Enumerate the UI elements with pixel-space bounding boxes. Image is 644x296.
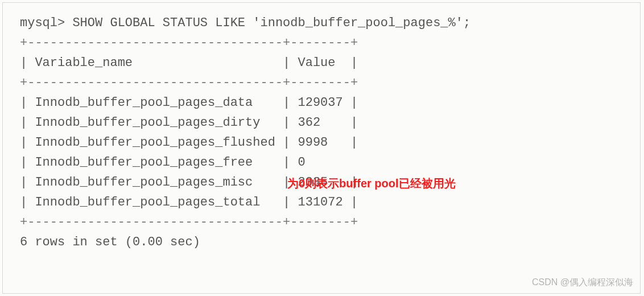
watermark-text: CSDN @偶入编程深似海	[532, 277, 633, 289]
table-border-mid: +----------------------------------+----…	[20, 76, 358, 90]
table-row: | Innodb_buffer_pool_pages_free | 0	[20, 155, 306, 170]
table-row: | Innodb_buffer_pool_pages_total | 13107…	[20, 195, 358, 209]
terminal-output: mysql> SHOW GLOBAL STATUS LIKE 'innodb_b…	[20, 13, 470, 252]
result-footer: 6 rows in set (0.00 sec)	[20, 235, 200, 249]
table-border-top: +----------------------------------+----…	[20, 36, 358, 50]
sql-command: SHOW GLOBAL STATUS LIKE 'innodb_buffer_p…	[72, 16, 470, 30]
table-header: | Variable_name | Value |	[20, 56, 358, 70]
table-row: | Innodb_buffer_pool_pages_flushed | 999…	[20, 135, 358, 150]
table-row: | Innodb_buffer_pool_pages_dirty | 362 |	[20, 116, 358, 130]
annotation-text: 为0则表示buffer pool已经被用光	[287, 176, 456, 191]
table-border-bot: +----------------------------------+----…	[20, 215, 358, 229]
code-block: mysql> SHOW GLOBAL STATUS LIKE 'innodb_b…	[2, 2, 641, 294]
table-row: | Innodb_buffer_pool_pages_data | 129037…	[20, 96, 358, 110]
mysql-prompt: mysql>	[20, 16, 72, 30]
